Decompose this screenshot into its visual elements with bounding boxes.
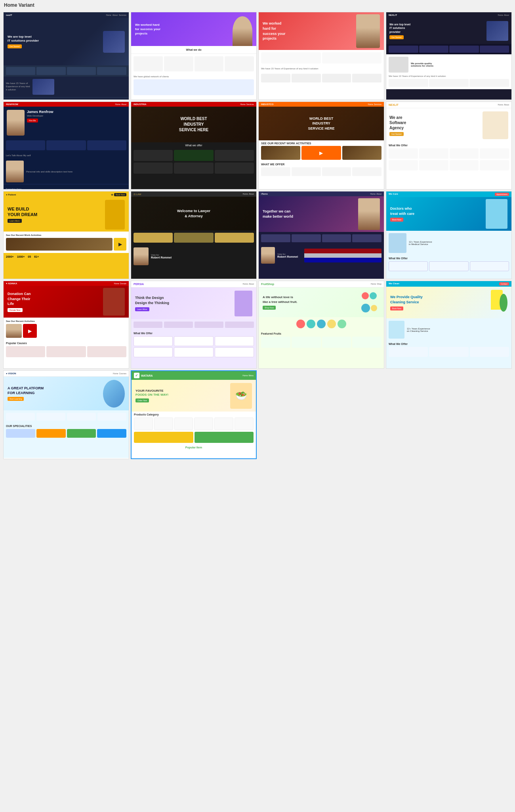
hero-text-block: We workedhard forsuccess yourprojects [263,21,353,41]
hero-illustration [486,290,507,316]
hero-btn[interactable]: Get Started [389,132,404,136]
card-food-delivery[interactable]: ✓ WATARA Home Menu YOUR FAVOURITE FOODS … [131,370,257,459]
card-hero: We Provide QualityCleaning Service Book … [386,287,511,318]
card-worked-hard-purple[interactable]: We worked hardfor success yourprojects W… [131,12,257,100]
activity-section: See Our Recent Activities ▶ [4,318,129,340]
hero-text: A GREAT PLATFORMFOR LEARNING [8,386,100,395]
activity-play[interactable]: ▶ [23,324,37,338]
card-nav: PERSIA Home About [131,281,256,287]
hero-person [358,198,380,230]
card-software-agency[interactable]: NEXLIT Home About We areSoftwareAgency G… [386,102,512,190]
hero-btn[interactable]: Donate Now [8,308,23,312]
card-it-dark-quality[interactable]: NEXLIT Home About We are top levelIT sol… [386,12,512,100]
hero-person [103,288,125,316]
card-industry-dark[interactable]: INDUSTRIA Home Services WORLD BESTINDUST… [131,102,257,190]
card-nav: iTerro Home About [259,192,384,196]
icon-1 [261,74,290,82]
hero-btn[interactable]: Order Now [135,398,149,402]
card-hero: WORLD BESTINDUSTRYSERVICE HERE [259,107,384,140]
nav-links: Home Courses [113,372,126,375]
hero-btn[interactable]: Get Started [389,35,404,39]
hero-text-block: A GREAT PLATFORMFOR LEARNING Start Learn… [8,386,100,401]
card-james-renfrow[interactable]: RENFROW Home About James Renfrow Web Dev… [3,102,129,190]
hero-btn[interactable]: Hire Me [27,119,38,123]
work-img-1 [261,146,300,160]
nav-links: Home Services [240,103,254,105]
work-box-1 [134,163,173,174]
bottom-image [32,79,54,95]
hero-image [103,31,125,53]
card-fruit[interactable]: FruitShop Home Shop A life without love … [258,281,384,369]
hero-text-block: Together we canmake better world [263,209,355,219]
card-learning[interactable]: ● VISION Home Courses A GREAT PLATFORMFO… [3,370,129,459]
hero-btn[interactable]: Learn More [8,219,22,223]
quality-sub: We have 13 Years of Experience of any ki… [386,75,511,89]
person-name: Robert Rommel [277,255,298,258]
card-nav: ● Patient ☎ Book Now [4,192,129,198]
hero-text: We workedhard forsuccess yourprojects [263,21,353,41]
work-row: ▶ [261,146,381,160]
card-medical[interactable]: We Care Appointment Doctors whotreat wit… [386,191,512,279]
hero-btn[interactable]: Start Learning [8,397,24,401]
card-content: ✓ WATARA Home Menu YOUR FAVOURITE FOODS … [132,371,256,458]
card-donation[interactable]: ♥ ADINKA Home Donate Donation CanChange … [3,281,129,369]
recent-section: See Our Recent Work Activities ▶ [4,232,129,253]
card-hero: We areSoftwareAgency Get Started [386,108,511,142]
nav-logo: FruitShop [261,283,274,285]
causes-label: Popular Causes [4,340,129,346]
card-together[interactable]: iTerro Home About Together we canmake be… [258,191,384,279]
card-nav: RENFROW Home About [4,102,129,107]
card-industry-orange[interactable]: INDUSTCO Home Services WORLD BESTINDUSTR… [258,102,384,190]
card-content: RENFROW Home About James Renfrow Web Dev… [4,102,129,189]
spec-boxes [4,429,129,440]
exp-text: 12+ Years Experienceon Cleaning Service [407,327,430,332]
card-worked-hard-red[interactable]: We workedhard forsuccess yourprojects We… [258,12,384,100]
vote-image [261,247,275,264]
nav-logo: INDUSTRIA [134,103,147,105]
offer-boxes [386,347,511,359]
offer-row-2 [386,159,511,173]
link-boxes [131,230,256,245]
hero-text-block: Donation CanChange TheirLife Donate Now [8,291,100,312]
card-content: ♥ ADINKA Home Donate Donation CanChange … [4,281,129,368]
feature-box-4 [225,56,254,71]
hero-btn[interactable]: Book Now [390,218,403,222]
hero-text: Welcome to Lawyer& Attorney [177,209,210,218]
hero-btn[interactable]: Learn More [135,307,149,311]
offer-row-2 [131,346,256,360]
page-title-bar: Home Variant [0,0,515,10]
card-hero: WORLD BESTINDUSTRYSERVICE HERE [131,107,256,142]
appointment-btn[interactable]: Appointment [495,193,509,196]
card-lawyer[interactable]: ⚖ LAW Home About Welcome to Lawyer& Atto… [131,191,257,279]
offer-label: What We Offer [386,142,511,148]
card-hero: A life without love islike a tree withou… [259,287,384,317]
card-hero: Welcome to Lawyer& Attorney [131,197,256,230]
card-hero: James Renfrow Web Developer Hire Me [4,107,129,139]
hero-text: We are top levelIT solutionsprovider [389,23,484,33]
featured-label: Featured Fruits [259,331,384,337]
hero-person [233,16,252,46]
stats-section: 2000+ 1000+ 05 61+ [4,253,129,260]
play-btn[interactable]: ▶ [114,238,126,251]
card-construction[interactable]: ● Patient ☎ Book Now WE BUILDYOUR DREAM … [3,191,129,279]
hero-text: WORLD BESTINDUSTRYSERVICE HERE [308,116,335,131]
hero-text: YOUR FAVOURITE FOODS ON THE WAY! [135,389,228,397]
card-it-solutions-dark[interactable]: nexIT Home About Services We are top lev… [3,12,129,100]
featured-row [259,337,384,350]
card-nav: NEXLIT Home About [386,102,511,108]
check-icon: ✓ [135,374,138,377]
contact-btn[interactable]: Contact [499,282,509,285]
hero-btn[interactable]: Get Started [8,44,22,48]
expertise-bar: Experties Area [4,184,129,189]
card-design-thinking[interactable]: PERSIA Home About Think the DesignDesign… [131,281,257,369]
hero-text: WORLD BESTINDUSTRYSERVICE HERE [179,116,208,133]
fruit-cluster [358,291,380,314]
hero-btn[interactable]: Shop Now [263,306,276,310]
exp-section: 12+ Years Experienceon Cleaning Service [386,318,511,341]
offer-boxes [386,261,511,274]
mid-section: SEE OUR RECENT WORK ACTIVITIES ▶ [259,140,384,161]
card-cleaning[interactable]: We Clean Contact We Provide QualityClean… [386,281,512,369]
hero-text: Donation CanChange TheirLife [8,291,100,306]
icon-box-3 [67,67,96,75]
hero-btn[interactable]: Book Now [390,306,403,310]
